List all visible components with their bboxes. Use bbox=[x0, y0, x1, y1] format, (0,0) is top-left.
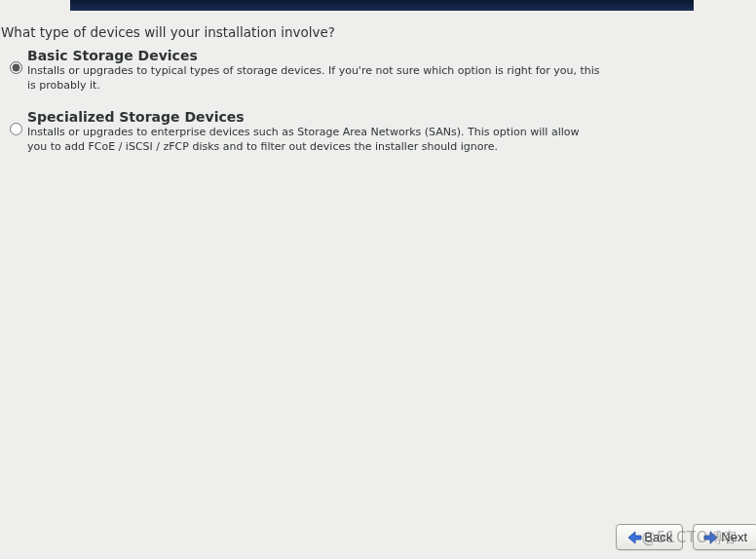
option-description: Installs or upgrades to enterprise devic… bbox=[27, 126, 602, 155]
option-specialized-storage[interactable]: Specialized Storage Devices Installs or … bbox=[6, 109, 620, 155]
radio-wrap bbox=[6, 48, 25, 74]
navigation-buttons: Back Next bbox=[616, 524, 756, 550]
radio-basic-storage[interactable] bbox=[10, 61, 22, 74]
storage-options: Basic Storage Devices Installs or upgrad… bbox=[6, 48, 620, 169]
back-button[interactable]: Back bbox=[616, 524, 683, 550]
page-question: What type of devices will your installat… bbox=[1, 24, 335, 40]
header-banner bbox=[70, 0, 694, 11]
back-button-label: Back bbox=[644, 530, 672, 544]
option-basic-storage[interactable]: Basic Storage Devices Installs or upgrad… bbox=[6, 48, 620, 93]
option-content: Basic Storage Devices Installs or upgrad… bbox=[25, 48, 620, 93]
option-description: Installs or upgrades to typical types of… bbox=[27, 64, 602, 93]
arrow-right-icon bbox=[703, 531, 719, 544]
option-content: Specialized Storage Devices Installs or … bbox=[25, 109, 620, 155]
option-title: Specialized Storage Devices bbox=[27, 109, 620, 125]
next-button-label: Next bbox=[721, 530, 747, 544]
radio-wrap bbox=[6, 109, 25, 135]
arrow-left-icon bbox=[626, 531, 642, 544]
radio-specialized-storage[interactable] bbox=[10, 123, 22, 135]
next-button[interactable]: Next bbox=[693, 524, 756, 550]
option-title: Basic Storage Devices bbox=[27, 48, 620, 63]
